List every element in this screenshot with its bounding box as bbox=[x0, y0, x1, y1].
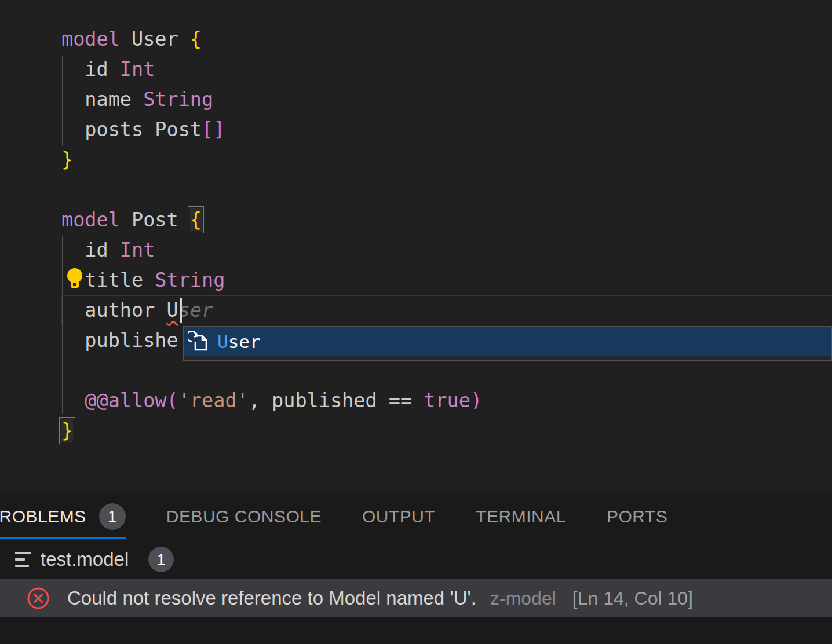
problems-file-name: test.model bbox=[41, 548, 129, 570]
error-icon bbox=[27, 587, 50, 610]
vscode-window: model User { id Int name String posts Po… bbox=[0, 0, 832, 644]
code-token: ) bbox=[470, 389, 482, 412]
code-token: } bbox=[61, 419, 73, 442]
tab-problems[interactable]: PROBLEMS 1 bbox=[0, 493, 126, 540]
code-content[interactable]: model User { id Int name String posts Po… bbox=[61, 24, 482, 446]
text-cursor bbox=[180, 298, 182, 323]
error-message: Could not resolve reference to Model nam… bbox=[67, 587, 476, 609]
tab-problems-label: PROBLEMS bbox=[0, 507, 86, 526]
code-token: Int bbox=[120, 239, 155, 261]
code-token: String bbox=[155, 269, 225, 291]
code-line[interactable]: @@allow('read', published == true) bbox=[61, 386, 482, 416]
code-token: U bbox=[167, 299, 178, 321]
code-token: model bbox=[61, 28, 132, 50]
code-line[interactable]: model User { bbox=[61, 24, 482, 54]
code-token: String bbox=[143, 88, 213, 111]
code-token: } bbox=[61, 148, 73, 171]
panel-tab-bar: PROBLEMS 1 DEBUG CONSOLE OUTPUT TERMINAL… bbox=[0, 493, 832, 540]
code-line[interactable]: id Int bbox=[61, 54, 482, 85]
code-line[interactable]: id Int bbox=[61, 235, 482, 265]
code-token: id bbox=[61, 58, 120, 80]
code-line[interactable]: } bbox=[61, 145, 482, 175]
code-line[interactable]: name String bbox=[61, 85, 482, 115]
code-token: User bbox=[132, 28, 190, 50]
code-token: posts Post bbox=[61, 118, 202, 141]
autocomplete-suggestion-user[interactable]: User bbox=[184, 327, 831, 356]
editor-pane[interactable]: model User { id Int name String posts Po… bbox=[0, 0, 832, 493]
code-token: model bbox=[61, 208, 132, 231]
code-token: publishe bbox=[61, 329, 178, 352]
code-token: author bbox=[61, 299, 167, 321]
error-location: [Ln 14, Col 10] bbox=[572, 588, 693, 609]
file-problems-count-badge: 1 bbox=[148, 547, 174, 572]
tab-output[interactable]: OUTPUT bbox=[362, 493, 435, 540]
file-icon bbox=[15, 552, 31, 567]
code-token: Post bbox=[132, 208, 190, 231]
code-action-lightbulb-icon[interactable] bbox=[64, 267, 85, 289]
code-token: ser bbox=[178, 299, 214, 321]
code-line[interactable]: author User bbox=[61, 295, 482, 325]
code-line[interactable]: title String bbox=[61, 265, 482, 295]
error-source: z-model bbox=[490, 588, 556, 609]
reference-symbol-icon bbox=[188, 331, 210, 353]
tab-ports[interactable]: PORTS bbox=[607, 493, 667, 540]
problem-error-row[interactable]: Could not resolve reference to Model nam… bbox=[0, 579, 832, 617]
code-token bbox=[61, 389, 85, 412]
problems-file-group[interactable]: test.model 1 bbox=[0, 540, 832, 579]
code-token: [] bbox=[202, 118, 225, 141]
code-line[interactable]: } bbox=[61, 416, 482, 446]
code-token: ( bbox=[167, 389, 178, 412]
code-token: , published == bbox=[249, 389, 424, 412]
code-token: true bbox=[424, 389, 470, 412]
bottom-panel: PROBLEMS 1 DEBUG CONSOLE OUTPUT TERMINAL… bbox=[0, 493, 832, 644]
code-token: name bbox=[61, 88, 143, 111]
code-line[interactable] bbox=[61, 175, 482, 205]
code-token: id bbox=[61, 239, 120, 261]
code-line[interactable]: model Post { bbox=[61, 205, 482, 235]
autocomplete-popup: User bbox=[183, 326, 832, 361]
code-token: @@allow bbox=[85, 389, 166, 412]
code-token: 'read' bbox=[178, 389, 249, 412]
tab-terminal[interactable]: TERMINAL bbox=[476, 493, 566, 540]
problems-count-badge: 1 bbox=[99, 503, 126, 530]
code-token: { bbox=[190, 28, 202, 50]
tab-debug-console[interactable]: DEBUG CONSOLE bbox=[166, 493, 322, 540]
code-token: { bbox=[190, 208, 202, 231]
suggestion-label: User bbox=[217, 331, 261, 352]
code-line[interactable]: posts Post[] bbox=[61, 115, 482, 145]
code-token: Int bbox=[120, 58, 155, 80]
